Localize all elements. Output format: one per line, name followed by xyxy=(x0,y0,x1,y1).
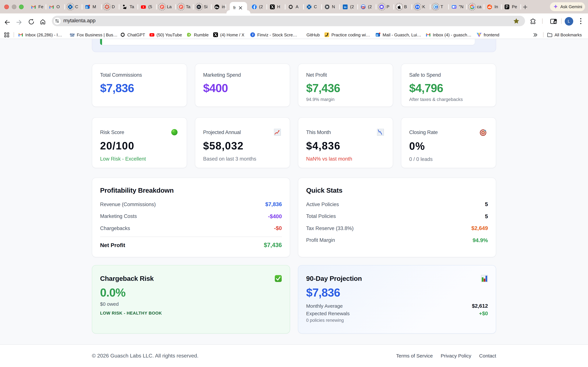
svg-text:BUSINESS: BUSINESS xyxy=(70,35,75,37)
svg-text:P: P xyxy=(180,5,182,8)
svg-text:2k+: 2k+ xyxy=(362,6,364,8)
svg-text:f: f xyxy=(252,33,253,37)
svg-text:P: P xyxy=(161,5,163,8)
svg-text:FI: FI xyxy=(198,6,200,8)
svg-text:in: in xyxy=(344,5,346,8)
